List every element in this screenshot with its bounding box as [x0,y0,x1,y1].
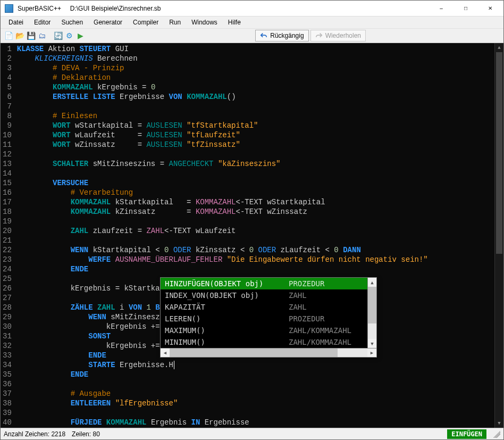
autocomplete-item-type: PROZEDUR [289,279,363,288]
autocomplete-item-name: INDEX_VON(OBJEKT obj) [165,290,289,300]
code-line[interactable]: KOMMAZAHL kErgebnis = 0 [17,82,494,92]
autocomplete-item[interactable]: HINZUFÜGEN(OBJEKT obj)PROZEDUR [161,278,367,289]
code-line[interactable]: SCHALTER sMitZinseszins = ANGECHECKT "kä… [17,159,494,169]
autocomplete-item-name: KAPAZITÄT [165,302,289,312]
code-line[interactable]: # Deklaration [17,73,494,82]
autocomplete-popup[interactable]: HINZUFÜGEN(OBJEKT obj)PROZEDURINDEX_VON(… [160,277,377,358]
scroll-track[interactable] [368,287,376,339]
status-bar: Anzahl Zeichen: 2218 Zeilen: 80 EINFÜGEN [1,428,503,439]
scroll-track[interactable] [495,52,503,419]
close-button[interactable]: ✕ [478,1,502,16]
autocomplete-item-name: MAXIMUM() [165,326,289,335]
scroll-right-icon[interactable]: ▶ [367,348,376,357]
scroll-track[interactable] [170,348,367,357]
code-line[interactable]: # Ausgabe [17,389,494,399]
line-count: Zeilen: 80 [72,430,100,438]
code-line[interactable] [17,379,494,389]
redo-button[interactable]: Wiederholen [310,30,366,41]
menu-generator[interactable]: Generator [89,18,127,27]
open-file-icon[interactable]: 📂 [15,31,24,40]
autocomplete-item-name: MINIMUM() [165,337,289,347]
autocomplete-item-type: ZAHL [289,302,363,312]
code-line[interactable]: ERSTELLE LISTE Ergebnisse VON KOMMAZAHL(… [17,92,494,102]
refresh-icon[interactable]: 🔄 [53,31,63,40]
save-all-icon[interactable]: 🗂 [37,31,47,40]
undo-button[interactable]: Rückgängig [255,30,308,41]
code-line[interactable]: WORT wLaufzeit = AUSLESEN "tfLaufzeit" [17,130,494,140]
title-bar: SuperBASIC++ D:\GUI Beispiele\Zinsrechne… [1,1,503,16]
code-line[interactable] [17,150,494,159]
code-line[interactable] [17,102,494,111]
autocomplete-item[interactable]: MINIMUM()ZAHL/KOMMAZAHL [161,336,367,348]
scroll-down-icon[interactable]: ▼ [368,339,376,348]
code-line[interactable]: WORT wZinssatz = AUSLESEN "tfZinssatz" [17,140,494,150]
scroll-thumb[interactable] [368,287,376,323]
code-line[interactable]: STARTE Ergebnisse.H [17,360,494,370]
run-icon[interactable]: ▶ [75,31,85,40]
scroll-left-icon[interactable]: ◀ [161,348,170,357]
code-line[interactable]: ZAHL zLaufzeit = ZAHL<-TEXT wLaufzeit [17,226,494,236]
maximize-button[interactable]: □ [453,1,478,16]
menu-compiler[interactable]: Compiler [128,18,163,27]
resize-grip-icon[interactable] [493,430,500,438]
scroll-thumb[interactable] [496,52,502,254]
new-file-icon[interactable]: 📄 [4,31,13,40]
editor-vertical-scrollbar[interactable]: ▲ ▼ [494,43,503,428]
code-line[interactable]: # Verarbeitung [17,188,494,197]
autocomplete-item[interactable]: INDEX_VON(OBJEKT obj)ZAHL [161,289,367,301]
code-line[interactable] [17,408,494,418]
autocomplete-item-name: LEEREN() [165,314,289,323]
undo-icon [260,32,267,39]
code-line[interactable]: VERSUCHE [17,178,494,188]
code-line[interactable]: KOMMAZAHL kZinssatz = KOMMAZAHL<-TEXT wZ… [17,207,494,217]
menu-bar: DateiEditorSuchenGeneratorCompilerRunWin… [1,16,503,28]
redo-icon [315,32,323,39]
autocomplete-item-type: ZAHL [289,290,363,300]
menu-suchen[interactable]: Suchen [56,18,88,27]
scroll-up-icon[interactable]: ▲ [495,43,503,52]
popup-horizontal-scrollbar[interactable]: ◀ ▶ [161,348,376,357]
char-count: Anzahl Zeichen: 2218 [4,430,65,438]
autocomplete-item[interactable]: KAPAZITÄTZAHL [161,301,367,313]
minimize-button[interactable]: – [429,1,453,16]
file-path: D:\GUI Beispiele\Zinsrechner.sb [70,5,161,12]
menu-datei[interactable]: Datei [4,18,28,27]
code-line[interactable] [17,217,494,226]
app-icon [5,4,13,13]
code-line[interactable]: ENTLEEREN "lfErgebnisse" [17,399,494,408]
autocomplete-item[interactable]: MAXIMUM()ZAHL/KOMMAZAHL [161,325,367,336]
insert-mode-badge: EINFÜGEN [447,429,486,439]
settings-icon[interactable]: ⚙ [64,31,74,40]
code-line[interactable]: KLICKEREIGNIS Berechnen [17,54,494,63]
code-line[interactable]: KLASSE Aktion STEUERT GUI [17,44,494,54]
code-line[interactable]: KOMMAZAHL kStartkapital = KOMMAZAHL<-TEX… [17,197,494,207]
code-line[interactable] [17,169,494,178]
scroll-down-icon[interactable]: ▼ [495,419,503,428]
code-line[interactable]: WERFE AUSNAHME_ÜBERLAUF_FEHLER "Die Eing… [17,255,494,264]
undo-label: Rückgängig [270,32,304,39]
menu-windows[interactable]: Windows [187,18,222,27]
code-line[interactable]: FÜRJEDE KOMMAZAHL Ergebnis IN Ergebnisse [17,418,494,427]
autocomplete-item-name: HINZUFÜGEN(OBJEKT obj) [165,279,289,288]
menu-run[interactable]: Run [164,18,186,27]
code-editor[interactable]: 1 2 3 4 5 6 7 8 9 10 11 12 13 14 15 16 1… [1,43,503,428]
code-line[interactable]: WORT wStartkapital = AUSLESEN "tfStartka… [17,121,494,130]
save-icon[interactable]: 💾 [26,31,36,40]
autocomplete-item[interactable]: LEEREN()PROZEDUR [161,313,367,325]
code-line[interactable] [17,236,494,245]
code-line[interactable]: WENN kStartkapital < 0 ODER kZinssatz < … [17,245,494,255]
app-name: SuperBASIC++ [18,5,61,12]
menu-editor[interactable]: Editor [29,18,55,27]
code-line[interactable]: # DEVA - Prinzip [17,63,494,73]
popup-vertical-scrollbar[interactable]: ▲ ▼ [367,278,376,348]
redo-label: Wiederholen [325,32,361,39]
autocomplete-item-type: ZAHL/KOMMAZAHL [289,337,363,347]
code-area[interactable]: KLASSE Aktion STEUERT GUI KLICKEREIGNIS … [17,43,494,428]
code-line[interactable]: ENDE [17,264,494,274]
menu-hilfe[interactable]: Hilfe [223,18,246,27]
autocomplete-list[interactable]: HINZUFÜGEN(OBJEKT obj)PROZEDURINDEX_VON(… [161,278,367,348]
scroll-up-icon[interactable]: ▲ [368,278,376,287]
scroll-thumb[interactable] [170,348,338,357]
code-line[interactable]: # Einlesen [17,111,494,121]
code-line[interactable]: ENDE [17,370,494,379]
